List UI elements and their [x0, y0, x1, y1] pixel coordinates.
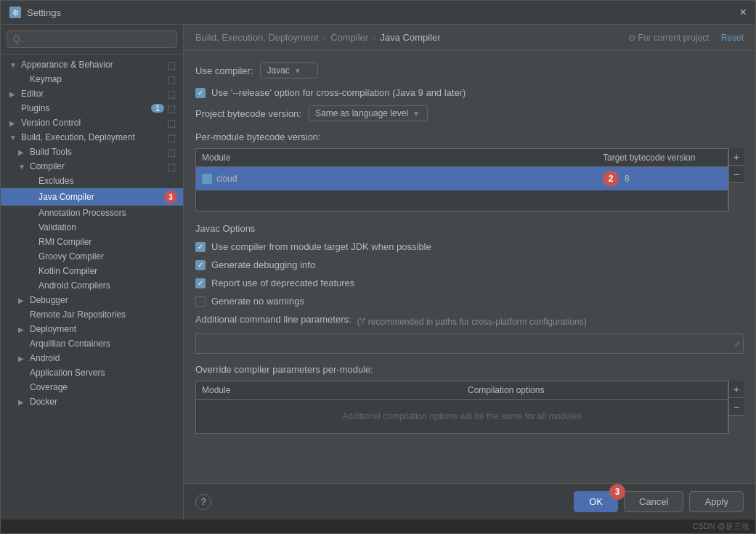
breadcrumb-bar: Build, Execution, Deployment › Compiler …: [184, 25, 755, 51]
settings-icon: ⬚: [167, 132, 177, 142]
sidebar-item-editor[interactable]: ▶ Editor ⬚: [1, 86, 183, 101]
settings-icon: ⬚: [167, 147, 177, 157]
main-panel: Build, Execution, Deployment › Compiler …: [184, 25, 755, 519]
sidebar-item-java-compiler[interactable]: Java Compiler 3: [1, 188, 183, 206]
per-module-table-container: Module Target bytecode version cloud: [195, 148, 744, 211]
use-compiler-target-checkbox[interactable]: ✓: [195, 242, 206, 252]
override-actions: + −: [728, 381, 744, 434]
target-cell: 2 8: [597, 167, 728, 190]
sidebar-item-android-compilers[interactable]: Android Compilers: [1, 278, 183, 293]
checkmark-icon: ✓: [198, 243, 203, 251]
use-compiler-label: Use compiler:: [195, 65, 253, 76]
close-button[interactable]: ×: [740, 7, 747, 18]
ok-button-container: OK 3: [574, 491, 618, 512]
expand-icon: ▶: [9, 119, 18, 127]
sidebar-item-app-servers[interactable]: Application Servers: [1, 365, 183, 380]
footer-left: ?: [195, 494, 211, 510]
sidebar-item-label: Validation: [38, 222, 177, 232]
generate-no-warnings-checkbox[interactable]: [195, 296, 206, 307]
expand-icon: ▶: [18, 296, 27, 304]
sidebar: ▼ Appearance & Behavior ⬚ Keymap ⬚ ▶ Edi…: [1, 25, 184, 519]
override-module-header: Module: [196, 381, 462, 399]
use-compiler-target-row: ✓ Use compiler from module target JDK wh…: [195, 241, 744, 252]
sidebar-item-coverage[interactable]: Coverage: [1, 380, 183, 395]
sidebar-item-android[interactable]: ▶ Android: [1, 351, 183, 365]
sidebar-item-label: RMI Compiler: [38, 237, 177, 247]
generate-debug-row: ✓ Generate debugging info: [195, 259, 744, 270]
sidebar-item-label: Application Servers: [30, 368, 177, 378]
sidebar-item-annotation-processors[interactable]: Annotation Processors: [1, 206, 183, 220]
use-compiler-target-label: Use compiler from module target JDK when…: [211, 241, 431, 252]
per-module-label: Per-module bytecode version:: [195, 132, 744, 142]
compiler-select[interactable]: Javac ▼: [260, 62, 318, 78]
sidebar-item-docker[interactable]: ▶ Docker: [1, 395, 183, 409]
generate-no-warnings-row: Generate no warnings: [195, 296, 744, 307]
sidebar-item-excludes[interactable]: Excludes: [1, 174, 183, 188]
sidebar-item-version-control[interactable]: ▶ Version Control ⬚: [1, 116, 183, 130]
titlebar-left: ⚙ Settings: [9, 7, 61, 18]
remove-module-button[interactable]: −: [729, 166, 744, 183]
sidebar-item-debugger[interactable]: ▶ Debugger: [1, 293, 183, 307]
per-module-table: Module Target bytecode version cloud: [195, 148, 728, 211]
java-compiler-badge: 3: [164, 190, 177, 203]
sidebar-item-appearance[interactable]: ▼ Appearance & Behavior ⬚: [1, 57, 183, 72]
target-version: 8: [625, 174, 630, 184]
table-header: Module Target bytecode version: [196, 149, 728, 167]
sidebar-item-label: Docker: [30, 397, 177, 407]
cancel-button[interactable]: Cancel: [624, 491, 683, 512]
sidebar-item-arquillian[interactable]: Arquillian Containers: [1, 336, 183, 351]
sidebar-item-keymap[interactable]: Keymap ⬚: [1, 72, 183, 86]
search-input[interactable]: [7, 31, 177, 48]
sidebar-item-rmi-compiler[interactable]: RMI Compiler: [1, 235, 183, 249]
checkmark-icon: ✓: [198, 89, 203, 97]
add-module-button[interactable]: +: [729, 148, 744, 166]
bytecode-version-select[interactable]: Same as language level ▼: [309, 105, 428, 121]
cmdline-section: Additional command line parameters: ('/'…: [195, 314, 744, 354]
breadcrumb-sep1: ›: [323, 32, 326, 43]
sidebar-item-build-tools[interactable]: ▶ Build Tools ⬚: [1, 145, 183, 159]
reset-link[interactable]: Reset: [721, 33, 744, 43]
override-empty-text: Additional compilation options will be t…: [196, 400, 728, 433]
cmdline-input[interactable]: ⤢: [195, 333, 744, 354]
module-col-header: Module: [196, 149, 597, 166]
sidebar-item-label: Coverage: [30, 382, 177, 392]
sidebar-item-groovy-compiler[interactable]: Groovy Compiler: [1, 249, 183, 264]
add-override-button[interactable]: +: [729, 381, 744, 398]
override-header: Module Compilation options: [196, 381, 728, 400]
footer: ? OK 3 Cancel Apply: [184, 483, 755, 519]
sidebar-item-label: Groovy Compiler: [38, 251, 177, 262]
generate-debug-checkbox[interactable]: ✓: [195, 260, 206, 270]
sidebar-item-plugins[interactable]: Plugins 1 ⬚: [1, 101, 183, 116]
target-col-header: Target bytecode version: [597, 149, 728, 166]
release-option-checkbox[interactable]: ✓: [195, 88, 206, 98]
sidebar-item-build-exec-deploy[interactable]: ▼ Build, Execution, Deployment ⬚: [1, 130, 183, 145]
sidebar-item-compiler[interactable]: ▼ Compiler ⬚: [1, 159, 183, 174]
project-bytecode-row: Project bytecode version: Same as langua…: [195, 105, 744, 121]
watermark: CSDN @是三妆: [1, 519, 755, 533]
sidebar-tree: ▼ Appearance & Behavior ⬚ Keymap ⬚ ▶ Edi…: [1, 54, 183, 519]
settings-icon: ⬚: [167, 103, 177, 113]
settings-icon: ⬚: [167, 60, 177, 70]
for-current-label: ⊙ For current project: [628, 33, 709, 43]
sidebar-item-validation[interactable]: Validation: [1, 220, 183, 235]
settings-icon: ⬚: [167, 118, 177, 128]
sidebar-item-remote-jar[interactable]: Remote Jar Repositories: [1, 307, 183, 322]
sidebar-item-deployment[interactable]: ▶ Deployment: [1, 322, 183, 336]
table-row[interactable]: cloud 2 8: [196, 167, 728, 190]
apply-button[interactable]: Apply: [689, 491, 744, 512]
sidebar-item-kotlin-compiler[interactable]: Kotlin Compiler: [1, 264, 183, 278]
remove-override-button[interactable]: −: [729, 398, 744, 416]
cmdline-label: Additional command line parameters:: [195, 314, 351, 325]
sidebar-item-label: Build, Execution, Deployment: [21, 132, 164, 142]
module-icon: [202, 174, 212, 184]
expand-icon: ▶: [18, 355, 27, 363]
compiler-value: Javac: [267, 65, 289, 76]
help-button[interactable]: ?: [195, 494, 211, 510]
override-label: Override compiler parameters per-module:: [195, 364, 744, 375]
sidebar-item-label: Remote Jar Repositories: [30, 310, 177, 320]
dropdown-arrow-icon: ▼: [412, 110, 420, 118]
report-deprecated-checkbox[interactable]: ✓: [195, 278, 206, 288]
main-content: Use compiler: Javac ▼ ✓ Use '--release' …: [184, 51, 755, 483]
table-actions: + −: [728, 148, 744, 211]
expand-icon: ▶: [18, 325, 27, 333]
